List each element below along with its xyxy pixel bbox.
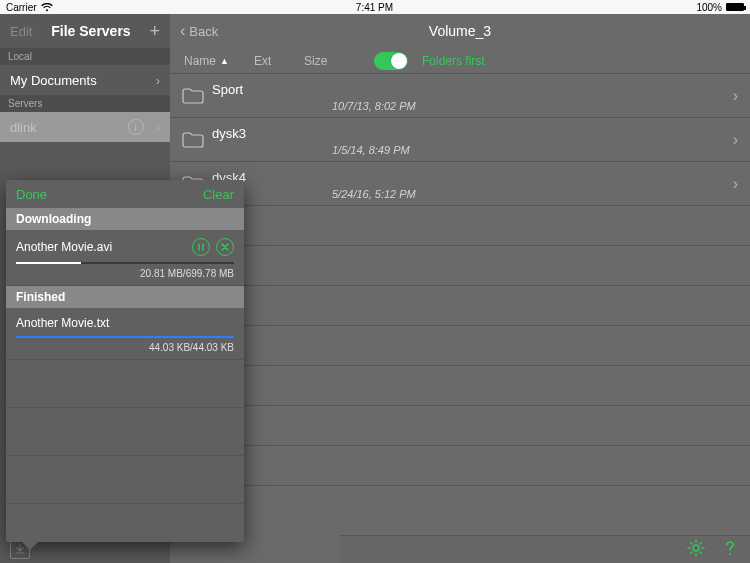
svg-point-0 xyxy=(693,545,699,551)
sidebar-item-label: My Documents xyxy=(10,73,97,88)
sidebar-item-label: dlink xyxy=(10,120,37,135)
file-name: Sport xyxy=(212,83,733,96)
section-downloading: Downloading xyxy=(6,208,244,230)
finished-item[interactable]: Another Movie.txt 44.03 KB/44.03 KB xyxy=(6,308,244,360)
folder-icon xyxy=(180,132,206,148)
add-server-button[interactable]: + xyxy=(149,21,160,42)
chevron-left-icon: ‹ xyxy=(180,22,185,40)
cancel-download-button[interactable] xyxy=(216,238,234,256)
back-label: Back xyxy=(189,24,218,39)
sidebar-header: Edit File Servers + xyxy=(0,14,170,48)
back-button[interactable]: ‹ Back xyxy=(180,22,218,40)
pause-download-button[interactable] xyxy=(192,238,210,256)
download-size: 20.81 MB/699.78 MB xyxy=(16,268,234,279)
sort-asc-icon: ▲ xyxy=(220,56,229,66)
download-progress xyxy=(16,262,234,264)
status-bar: Carrier 7:41 PM 100% xyxy=(0,0,750,14)
sort-by-name[interactable]: Name ▲ xyxy=(184,54,240,68)
chevron-right-icon: › xyxy=(156,120,160,135)
sort-by-ext[interactable]: Ext xyxy=(254,54,290,68)
download-name: Another Movie.txt xyxy=(16,316,109,330)
sidebar-item-dlink[interactable]: dlink i › xyxy=(0,112,170,142)
pane-title: Volume_3 xyxy=(170,23,750,39)
popup-pointer-icon xyxy=(22,542,38,550)
empty-row xyxy=(170,286,750,326)
file-name: dysk3 xyxy=(212,127,733,140)
empty-row xyxy=(170,446,750,486)
file-list[interactable]: Sport 10/7/13, 8:02 PM › dysk3 1/5/14, 8… xyxy=(170,74,750,563)
empty-row xyxy=(170,206,750,246)
carrier-label: Carrier xyxy=(6,2,37,13)
section-finished: Finished xyxy=(6,286,244,308)
wifi-icon xyxy=(41,2,53,13)
bottom-toolbar xyxy=(340,535,750,563)
download-progress xyxy=(16,336,234,338)
column-header: Name ▲ Ext Size Folders first xyxy=(170,48,750,74)
file-name: dysk4 xyxy=(212,171,733,184)
settings-button[interactable] xyxy=(686,538,706,562)
main-pane: ‹ Back Volume_3 Name ▲ Ext Size Folders … xyxy=(170,14,750,563)
file-row[interactable]: dysk3 1/5/14, 8:49 PM › xyxy=(170,118,750,162)
empty-row xyxy=(170,326,750,366)
sidebar-item-my-documents[interactable]: My Documents › xyxy=(0,65,170,95)
edit-button[interactable]: Edit xyxy=(10,24,32,39)
download-name: Another Movie.avi xyxy=(16,240,112,254)
chevron-right-icon: › xyxy=(733,175,738,193)
file-row[interactable]: dysk4 5/24/16, 5:12 PM › xyxy=(170,162,750,206)
done-button[interactable]: Done xyxy=(16,187,47,202)
empty-row xyxy=(6,360,244,408)
battery-icon xyxy=(726,3,744,11)
folder-icon xyxy=(180,88,206,104)
empty-row xyxy=(170,406,750,446)
battery-pct: 100% xyxy=(696,2,722,13)
folders-first-toggle[interactable] xyxy=(374,52,408,70)
sort-by-size[interactable]: Size xyxy=(304,54,360,68)
pane-header: ‹ Back Volume_3 xyxy=(170,14,750,48)
col-name-label: Name xyxy=(184,54,216,68)
clear-button[interactable]: Clear xyxy=(203,187,234,202)
sidebar-section-local: Local xyxy=(0,48,170,65)
download-item[interactable]: Another Movie.avi 20.81 MB/699.78 MB xyxy=(6,230,244,286)
empty-row xyxy=(170,246,750,286)
file-date: 5/24/16, 5:12 PM xyxy=(332,188,733,200)
downloads-popup: Done Clear Downloading Another Movie.avi… xyxy=(6,180,244,542)
empty-row xyxy=(6,456,244,504)
chevron-right-icon: › xyxy=(733,131,738,149)
empty-row xyxy=(170,366,750,406)
folders-first-label: Folders first xyxy=(422,54,485,68)
file-date: 10/7/13, 8:02 PM xyxy=(332,100,733,112)
sidebar-section-servers: Servers xyxy=(0,95,170,112)
svg-point-1 xyxy=(729,552,731,554)
chevron-right-icon: › xyxy=(733,87,738,105)
sidebar-title: File Servers xyxy=(51,23,130,39)
download-size: 44.03 KB/44.03 KB xyxy=(16,342,234,353)
file-date: 1/5/14, 8:49 PM xyxy=(332,144,733,156)
help-button[interactable] xyxy=(720,538,740,562)
empty-row xyxy=(6,408,244,456)
file-row[interactable]: Sport 10/7/13, 8:02 PM › xyxy=(170,74,750,118)
info-icon[interactable]: i xyxy=(128,119,144,135)
clock-label: 7:41 PM xyxy=(356,2,393,13)
chevron-right-icon: › xyxy=(156,73,160,88)
